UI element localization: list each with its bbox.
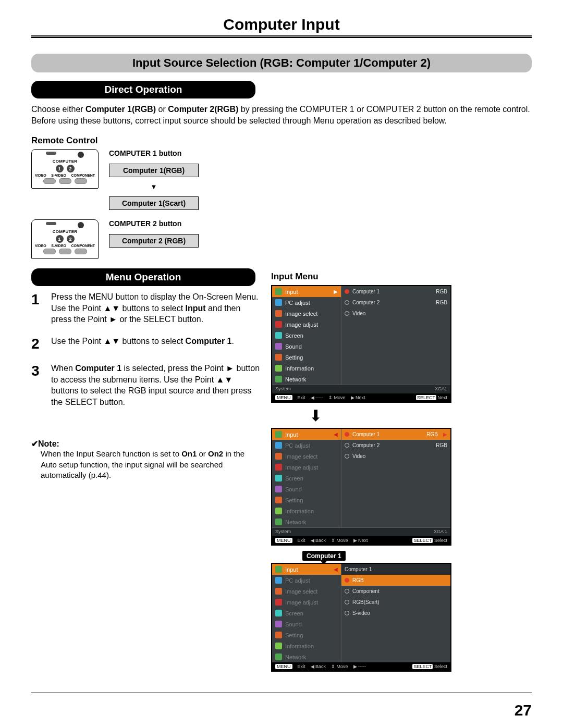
remote-diagram-2: COMPUTER 1 2 VIDEOS-VIDEOCOMPONENT COMPU… [31,219,532,259]
direct-operation-text: Choose either Computer 1(RGB) or Compute… [31,104,532,126]
note-heading: ✔Note: [31,439,261,449]
menu-icon [275,299,282,306]
remote-control-heading: Remote Control [31,135,532,146]
mode-box-c1-scart: Computer 1(Scart) [109,196,199,210]
menu-item-image-adjust[interactable]: Image adjust [272,319,341,330]
menu-icon [275,508,282,514]
menu-icon [275,343,282,350]
menu-item-image-select[interactable]: Image select [272,308,341,319]
note-text: When the Input Search function is set to… [41,449,261,480]
menu-icon [275,376,282,382]
computer-2-button[interactable]: 2 [67,165,75,172]
menu-icon [275,365,282,372]
menu-icon [275,610,282,616]
menu-icon [275,475,282,482]
menu-item-information[interactable]: Information [272,505,341,516]
menu-icon [275,486,282,492]
menu-icon [275,497,282,503]
mode-box-c2-rgb: Computer 2 (RGB) [109,234,199,248]
menu-item-image-adjust[interactable]: Image adjust [272,462,341,473]
step-3: 3 When Computer 1 is selected, press the… [31,363,261,408]
menu-item-input[interactable]: Input◀ [272,564,341,575]
menu-option[interactable]: Computer 2RGB [341,440,450,451]
page-title: Computer Input [31,16,532,38]
menu-icon [275,354,282,361]
menu-panel-2: Input◀PC adjustImage selectImage adjustS… [271,428,451,546]
menu-icon [275,643,282,649]
menu-option[interactable]: Video [341,308,450,319]
menu-icon [275,519,282,525]
menu-item-setting[interactable]: Setting [272,630,341,640]
menu-item-sound[interactable]: Sound [272,484,341,495]
menu-icon [275,632,282,638]
menu-icon [275,442,282,449]
menu-item-pc-adjust[interactable]: PC adjust [272,297,341,308]
menu-item-sound[interactable]: Sound [272,341,341,352]
menu-item-setting[interactable]: Setting [272,495,341,505]
step-1: 1 Press the MENU button to display the O… [31,291,261,325]
menu-icon [275,566,282,573]
computer-2-button-b[interactable]: 2 [67,235,75,243]
menu-item-input[interactable]: Input◀ [272,429,341,440]
menu-icon [275,310,282,317]
big-down-arrow-1: ⬇ [308,408,323,424]
menu-item-network[interactable]: Network [272,374,341,385]
menu-option[interactable]: Video [341,451,450,462]
menu-option[interactable]: Computer 2RGB [341,297,450,308]
menu-icon [275,332,282,339]
menu-icon [275,588,282,595]
menu-operation-heading: Menu Operation [31,268,255,286]
menu-icon [275,321,282,328]
input-menu-heading: Input Menu [271,272,532,282]
menu-item-image-select[interactable]: Image select [272,451,341,462]
computer1-callout: Computer 1 [302,551,346,561]
menu-item-image-select[interactable]: Image select [272,586,341,597]
computer2-button-label: COMPUTER 2 button [109,219,199,228]
menu-option[interactable]: RGB(Scart) [341,597,450,608]
menu-icon [275,431,282,438]
menu-icon [275,464,282,471]
menu-option[interactable]: S-video [341,608,450,619]
menu-icon [275,599,282,606]
menu-option[interactable]: Computer 1RGB [341,286,450,297]
direct-operation-heading: Direct Operation [31,81,255,98]
menu-item-sound[interactable]: Sound [272,619,341,630]
menu-item-screen[interactable]: Screen [272,330,341,341]
menu-item-information[interactable]: Information [272,640,341,651]
menu-item-input[interactable]: Input▶ [272,286,341,297]
menu-option[interactable]: Computer 1RGB▶ [341,429,450,440]
menu-item-screen[interactable]: Screen [272,473,341,484]
remote-diagram-1: COMPUTER 1 2 VIDEOS-VIDEOCOMPONENT COMPU… [31,149,532,210]
menu-item-information[interactable]: Information [272,363,341,374]
remote-pad-2: COMPUTER 1 2 VIDEOS-VIDEOCOMPONENT [31,219,99,259]
down-arrow-icon: ▼ [109,183,199,190]
computer-1-button[interactable]: 1 [56,165,64,172]
menu-item-screen[interactable]: Screen [272,608,341,619]
mode-box-c1-rgb: Computer 1(RGB) [109,164,199,177]
step-2: 2 Use the Point ▲▼ buttons to select Com… [31,336,261,352]
menu-icon [275,288,282,295]
menu-icon [275,577,282,584]
menu-item-network[interactable]: Network [272,516,341,527]
computer1-button-label: COMPUTER 1 button [109,149,199,157]
menu-item-setting[interactable]: Setting [272,352,341,363]
menu-item-pc-adjust[interactable]: PC adjust [272,575,341,586]
section-bar: Input Source Selection (RGB: Computer 1/… [31,54,532,72]
menu-icon [275,653,282,660]
menu-option[interactable]: Component [341,586,450,597]
page-number: 27 [515,701,532,719]
menu-panel-3: Input◀PC adjustImage selectImage adjustS… [271,563,451,672]
menu-option[interactable]: RGB [341,575,450,586]
menu-icon [275,621,282,627]
computer-1-button-b[interactable]: 1 [56,235,64,243]
menu-icon [275,453,282,460]
menu-item-network[interactable]: Network [272,651,341,662]
menu-item-image-adjust[interactable]: Image adjust [272,597,341,608]
menu-panel-1: Input▶PC adjustImage selectImage adjustS… [271,285,451,403]
remote-pad-1: COMPUTER 1 2 VIDEOS-VIDEOCOMPONENT [31,149,99,189]
menu-item-pc-adjust[interactable]: PC adjust [272,440,341,451]
